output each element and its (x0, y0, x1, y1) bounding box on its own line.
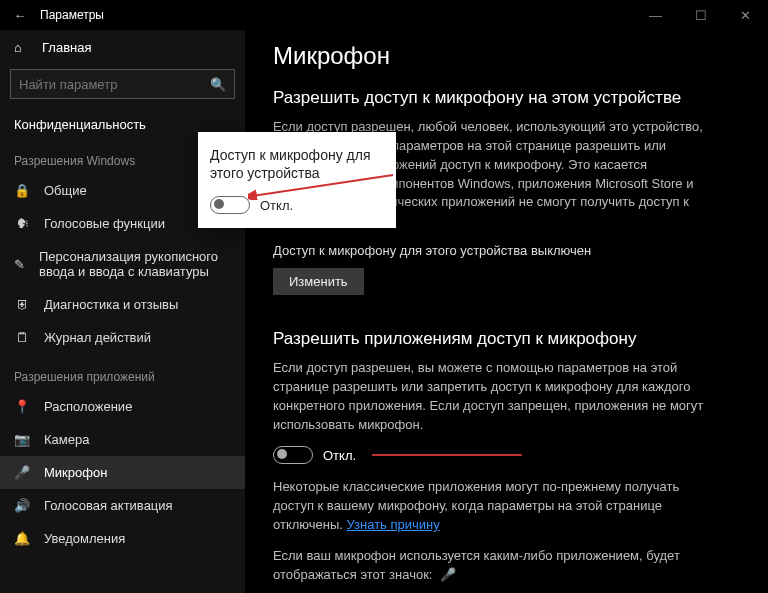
search-box[interactable]: 🔍 (10, 69, 235, 99)
page-title: Микрофон (273, 42, 748, 70)
close-button[interactable]: ✕ (723, 0, 768, 30)
section2-para3: Если ваш микрофон используется каким-либ… (273, 547, 713, 585)
sidebar-home[interactable]: ⌂ Главная (0, 30, 245, 65)
home-icon: ⌂ (14, 40, 30, 55)
sidebar-item-label: Расположение (44, 399, 132, 414)
microphone-icon: 🎤 (14, 465, 30, 480)
camera-icon: 📷 (14, 432, 30, 447)
sidebar-item-label: Персонализация рукописного ввода и ввода… (39, 249, 231, 279)
popup-toggle[interactable] (210, 196, 250, 214)
sidebar-item-location[interactable]: 📍 Расположение (0, 390, 245, 423)
sidebar-item-inking[interactable]: ✎ Персонализация рукописного ввода и вво… (0, 240, 245, 288)
location-icon: 📍 (14, 399, 30, 414)
section2-para: Если доступ разрешен, вы можете с помощь… (273, 359, 713, 434)
window-title: Параметры (40, 8, 633, 22)
sidebar-item-camera[interactable]: 📷 Камера (0, 423, 245, 456)
section1-title: Разрешить доступ к микрофону на этом уст… (273, 88, 748, 108)
sidebar: ⌂ Главная 🔍 Конфиденциальность Разрешени… (0, 30, 245, 593)
device-access-status: Доступ к микрофону для этого устройства … (273, 243, 748, 258)
sidebar-item-label: Уведомления (44, 531, 125, 546)
search-input[interactable] (19, 77, 210, 92)
sidebar-item-label: Микрофон (44, 465, 107, 480)
sidebar-item-label: Голосовые функции (44, 216, 165, 231)
apps-access-toggle[interactable] (273, 446, 313, 464)
pencil-icon: ✎ (14, 257, 25, 272)
voice-icon: 🔊 (14, 498, 30, 513)
svg-line-0 (253, 175, 393, 196)
apps-access-toggle-label: Откл. (323, 448, 356, 463)
section2-title: Разрешить приложениям доступ к микрофону (273, 329, 748, 349)
speech-icon: 🗣 (14, 216, 30, 231)
sidebar-item-label: Общие (44, 183, 87, 198)
section2-para2: Некоторые классические приложения могут … (273, 478, 713, 535)
annotation-arrow (248, 170, 398, 200)
sidebar-item-label: Диагностика и отзывы (44, 297, 178, 312)
sidebar-item-label: Журнал действий (44, 330, 151, 345)
feedback-icon: ⛨ (14, 297, 30, 312)
sidebar-item-voice-activation[interactable]: 🔊 Голосовая активация (0, 489, 245, 522)
sidebar-item-label: Голосовая активация (44, 498, 173, 513)
lock-icon: 🔒 (14, 183, 30, 198)
back-button[interactable]: ← (0, 8, 40, 23)
sidebar-home-label: Главная (42, 40, 91, 55)
sidebar-item-notifications[interactable]: 🔔 Уведомления (0, 522, 245, 555)
sidebar-group-apps: Разрешения приложений (0, 354, 245, 390)
sidebar-item-activity[interactable]: 🗒 Журнал действий (0, 321, 245, 354)
search-icon: 🔍 (210, 77, 226, 92)
titlebar: ← Параметры — ☐ ✕ (0, 0, 768, 30)
change-button[interactable]: Изменить (273, 268, 364, 295)
apps-access-toggle-row: Откл. (273, 446, 748, 464)
bell-icon: 🔔 (14, 531, 30, 546)
learn-why-link[interactable]: Узнать причину (347, 517, 440, 532)
content: Микрофон Разрешить доступ к микрофону на… (245, 30, 768, 593)
sidebar-item-label: Камера (44, 432, 89, 447)
microphone-indicator-icon: 🎤 (440, 567, 456, 582)
minimize-button[interactable]: — (633, 0, 678, 30)
sidebar-item-diagnostics[interactable]: ⛨ Диагностика и отзывы (0, 288, 245, 321)
maximize-button[interactable]: ☐ (678, 0, 723, 30)
annotation-underline (372, 454, 522, 456)
popup-toggle-label: Откл. (260, 198, 293, 213)
history-icon: 🗒 (14, 330, 30, 345)
sidebar-item-microphone[interactable]: 🎤 Микрофон (0, 456, 245, 489)
window-controls: — ☐ ✕ (633, 0, 768, 30)
